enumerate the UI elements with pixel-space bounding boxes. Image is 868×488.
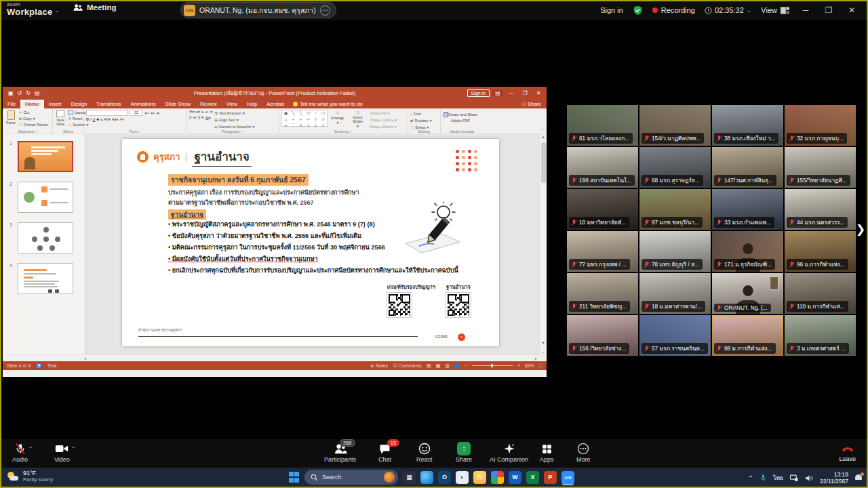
participant-tile[interactable]: 78 มทร.ธัญบุรี / ส...	[639, 231, 711, 272]
scroll-down-icon[interactable]: ▼	[540, 341, 547, 345]
view-reading-icon[interactable]: ▥	[445, 363, 450, 369]
shape-outline-button[interactable]: Shape Outline▾	[370, 117, 397, 123]
ai-companion-button[interactable]: AI Companion	[490, 442, 528, 463]
more-options-icon[interactable]: ⋯	[320, 5, 330, 16]
format-painter-button[interactable]: ✎Format Painter	[19, 122, 48, 128]
close-button[interactable]: ✕	[845, 5, 859, 15]
taskbar-chrome-icon[interactable]	[491, 471, 504, 484]
italic-button[interactable]: I	[90, 117, 92, 121]
language-indicator[interactable]: Thai	[47, 363, 57, 368]
slide-thumbnail-1[interactable]	[18, 141, 73, 172]
share-button[interactable]: ⚇ Share	[521, 101, 541, 107]
share-screen-button[interactable]: ↑ Share	[456, 442, 472, 463]
new-slide-button[interactable]: New Slide	[55, 110, 66, 127]
meeting-timer[interactable]: 02:35:32 ⌄	[705, 6, 751, 14]
audio-button[interactable]: ⌃ Audio	[12, 442, 28, 463]
shape-fill-button[interactable]: Shape Fill▾	[370, 110, 397, 117]
taskbar-word-icon[interactable]: W	[509, 471, 521, 484]
horizontal-scrollbar[interactable]: ◂ ▸	[3, 354, 547, 361]
keyboard-language[interactable]: ไทย	[773, 473, 783, 483]
underline-button[interactable]: U	[93, 117, 96, 121]
font-name-combobox[interactable]	[86, 110, 128, 116]
active-speaker-pill[interactable]: ON ORANUT. Ng. (มอ.กจบ.สมช. คุรุสภา) ⋯	[180, 2, 336, 18]
participant-tile[interactable]: 57 มรภ.ราชนครินท...	[639, 315, 711, 356]
participant-tile[interactable]: 3 ม.เกษตรศาสตร์ ...	[785, 315, 856, 356]
participant-tile[interactable]: 154/ว.นาฏศิลปพท...	[639, 105, 711, 146]
bold-button[interactable]: B	[86, 117, 89, 121]
scrollbar-thumb[interactable]	[541, 142, 546, 183]
strikethrough-button[interactable]: S	[97, 117, 100, 121]
participant-tile[interactable]: 147/วนศ.กาฬสินธุ...	[712, 147, 783, 188]
participant-tile[interactable]: 44 มรภ.นครสวรร...	[785, 189, 856, 230]
participant-tile[interactable]: 61 มรภ.วไลยอลงก...	[567, 105, 638, 146]
font-size-combobox[interactable]: 32	[130, 110, 143, 116]
arrange-button[interactable]: ⧉Arrange▾	[330, 110, 346, 127]
scroll-left-icon[interactable]: ◂	[84, 356, 86, 361]
clear-format-icon[interactable]: A̸	[157, 111, 159, 115]
minimize-button[interactable]: ─	[799, 5, 812, 15]
start-button[interactable]	[288, 472, 300, 483]
bullets-icon[interactable]: ☰▾	[189, 110, 195, 114]
tab-insert[interactable]: Insert	[44, 100, 66, 108]
search-box[interactable]: Search	[304, 470, 398, 485]
maximize-button[interactable]: ❐	[822, 5, 835, 15]
zoom-out-icon[interactable]: −	[465, 363, 467, 368]
shield-check-icon[interactable]	[633, 5, 643, 16]
line-spacing-icon[interactable]: ↕▾	[209, 110, 213, 114]
collapse-ribbon-icon[interactable]: ⌃	[541, 128, 545, 133]
participant-tile[interactable]: 97 มกช.ชลบุรี/นา...	[639, 189, 711, 230]
ppt-sign-in-button[interactable]: Sign in	[467, 89, 490, 97]
speaker-icon[interactable]	[805, 474, 814, 482]
participant-tile[interactable]: 18 ม.มหาสารคาม/...	[639, 273, 711, 314]
font-color-button[interactable]: A▾	[119, 117, 123, 121]
taskbar-copilot-icon[interactable]: ◐	[456, 471, 469, 484]
participants-button[interactable]: 260 Participants	[324, 442, 356, 463]
participant-tile[interactable]: 110 ม.การกีฬาแห่...	[785, 273, 856, 314]
leave-button[interactable]: Leave	[839, 442, 856, 462]
replace-button[interactable]: ⇄Replace▾	[410, 118, 432, 124]
apps-button[interactable]: Apps	[540, 442, 554, 463]
find-button[interactable]: ⌕Find	[410, 111, 432, 117]
shapes-gallery[interactable]: ▣╲╲▭○▢ △⌐⌐⇨⇩▱ ∿⌒∧{}☆	[281, 110, 328, 127]
recording-indicator[interactable]: Recording	[652, 6, 695, 14]
vertical-scrollbar[interactable]: ▲ ▼ ⌄	[539, 134, 547, 354]
tab-animations[interactable]: Animations	[125, 100, 160, 108]
accessibility-icon[interactable]: ♿	[36, 363, 42, 369]
slide-thumbnail-2[interactable]	[18, 182, 73, 213]
tab-design[interactable]: Design	[66, 100, 92, 108]
taskbar-file-explorer-icon[interactable]: 🗀	[473, 471, 486, 484]
ppt-minimize-button[interactable]: ─	[506, 90, 517, 96]
participant-tile[interactable]: 171 ม.ธุรกิจบัณฑิ...	[712, 231, 783, 272]
participant-tile[interactable]: 96 ม.การกีฬาแห่ง...	[785, 231, 856, 272]
sign-in-button[interactable]: Sign in	[600, 6, 623, 14]
comments-button[interactable]: 🗨 Comments	[393, 363, 422, 368]
participant-tile[interactable]: 155/วิทยาลัยนาฏศิ...	[785, 147, 856, 188]
view-normal-icon[interactable]: ▤	[427, 363, 431, 369]
text-shadow-button[interactable]: s̲	[100, 117, 102, 121]
notification-bell-icon[interactable]	[854, 474, 863, 482]
tab-transitions[interactable]: Transitions	[92, 100, 125, 108]
create-share-pdf-button[interactable]: ⎘Create and Share Adobe PDF	[443, 110, 478, 127]
columns-icon[interactable]: ▥▾	[205, 116, 211, 120]
gallery-next-page-button[interactable]: ❯	[856, 222, 865, 237]
copy-button[interactable]: ⧉Copy ▾	[19, 116, 48, 122]
text-direction-button[interactable]: ⇅Text Direction▾	[214, 110, 254, 117]
slide-canvas[interactable]: คุรุสภา | ฐานอำนาจ ราชกิจจานุเบกษา ลงวัน…	[122, 139, 499, 346]
align-icons[interactable]: ⬱ ☰ ⇶ ▦	[189, 115, 204, 120]
taskbar-powerpoint-icon[interactable]: P	[544, 471, 557, 484]
network-display-icon[interactable]	[789, 474, 799, 482]
tab-review[interactable]: Review	[195, 100, 222, 108]
ppt-close-button[interactable]: ✕	[533, 90, 544, 96]
slide-thumbnail-panel[interactable]: 1 2 3	[3, 134, 85, 354]
tell-me-box[interactable]: Tell me what you want to do	[289, 100, 367, 108]
notes-button[interactable]: ≣ Notes	[370, 363, 388, 369]
tray-chevron-up-icon[interactable]: ⌃	[748, 474, 753, 482]
zoom-percent[interactable]: 84%	[525, 363, 534, 368]
more-button[interactable]: More	[576, 442, 591, 463]
scroll-up-icon[interactable]: ▲	[540, 134, 547, 139]
zoom-in-icon[interactable]: +	[517, 363, 520, 368]
slide-thumbnail-4[interactable]	[18, 263, 73, 294]
taskbar-outlook-icon[interactable]: O	[438, 471, 451, 484]
tab-home[interactable]: Home	[20, 100, 44, 108]
participant-tile[interactable]: 156 /วิทยาลัยช่าง...	[567, 315, 638, 356]
